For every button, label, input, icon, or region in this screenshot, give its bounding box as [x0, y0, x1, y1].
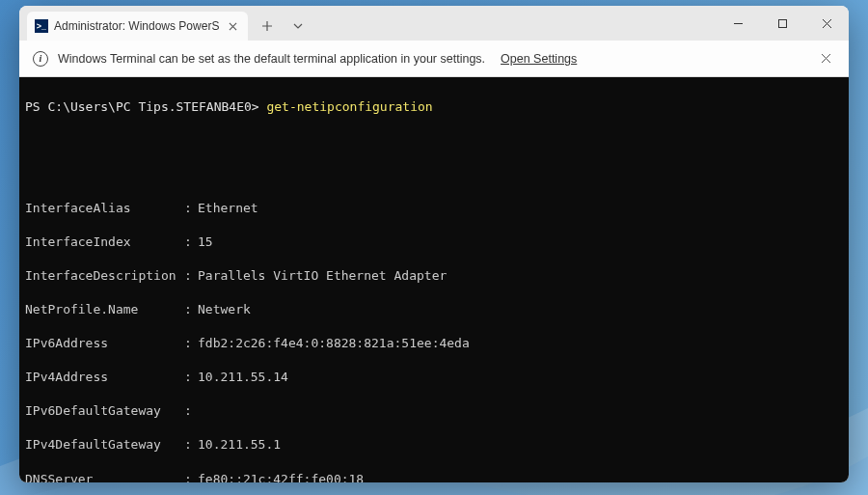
close-button[interactable]: [804, 6, 849, 41]
label: InterfaceDescription: [25, 267, 184, 285]
minimize-button[interactable]: [716, 6, 760, 41]
tab-powershell[interactable]: >_ Administrator: Windows PowerS: [27, 12, 248, 41]
maximize-button[interactable]: [760, 6, 804, 41]
svg-rect-0: [778, 19, 786, 27]
tab-dropdown-button[interactable]: [285, 13, 312, 40]
value: 15: [198, 234, 213, 251]
value: Ethernet: [198, 200, 258, 217]
label: IPv4Address: [25, 369, 184, 386]
info-icon: i: [33, 51, 48, 67]
label: IPv6DefaultGateway: [25, 402, 184, 420]
value: Netwerk: [198, 301, 251, 318]
notification-close-button[interactable]: [816, 50, 835, 68]
value: 10.211.55.1: [198, 436, 281, 454]
label: InterfaceIndex: [25, 234, 184, 251]
terminal-window: >_ Administrator: Windows PowerS: [19, 6, 849, 482]
tab-actions: [254, 13, 312, 40]
new-tab-button[interactable]: [254, 13, 281, 40]
notification-text: Windows Terminal can be set as the defau…: [58, 52, 485, 66]
notification-bar: i Windows Terminal can be set as the def…: [19, 41, 849, 77]
window-controls: [716, 6, 849, 41]
value: fdb2:2c26:f4e4:0:8828:821a:51ee:4eda: [198, 335, 470, 352]
titlebar: >_ Administrator: Windows PowerS: [19, 6, 849, 41]
label: NetProfile.Name: [25, 301, 184, 318]
terminal-content[interactable]: PS C:\Users\PC Tips.STEFANB4E0> get-neti…: [19, 77, 849, 482]
label: DNSServer: [25, 471, 184, 482]
label: IPv4DefaultGateway: [25, 436, 184, 454]
powershell-icon: >_: [35, 19, 48, 33]
tab-close-button[interactable]: [225, 18, 240, 34]
value: 10.211.55.14: [198, 369, 288, 386]
prompt-text: PS C:\Users\PC Tips.STEFANB4E0>: [25, 99, 259, 114]
label: InterfaceAlias: [25, 200, 184, 217]
value: fe80::21c:42ff:fe00:18: [198, 471, 364, 482]
command-1: get-netipconfiguration: [266, 99, 432, 114]
open-settings-link[interactable]: Open Settings: [501, 52, 577, 66]
label: IPv6Address: [25, 335, 184, 352]
value: Parallels VirtIO Ethernet Adapter: [198, 267, 447, 285]
tab-title-text: Administrator: Windows PowerS: [54, 19, 219, 33]
